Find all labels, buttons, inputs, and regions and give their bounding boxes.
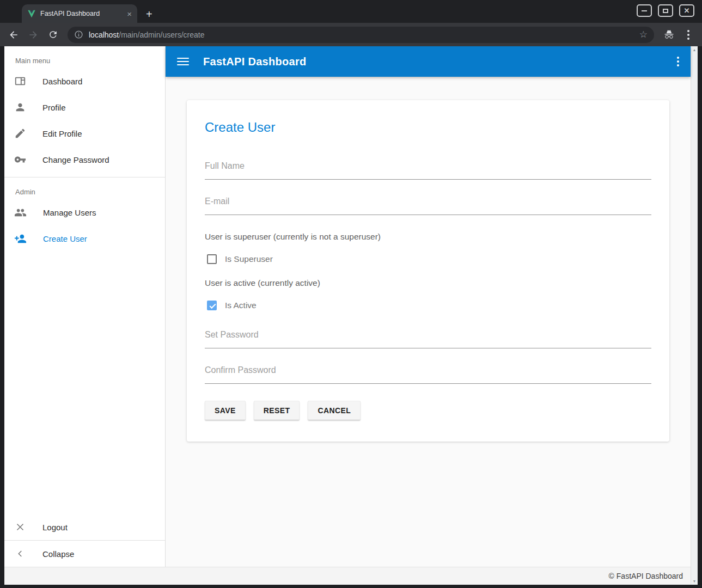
- page-title: Create User: [205, 120, 651, 135]
- maximize-icon: [663, 9, 668, 13]
- back-button[interactable]: [5, 27, 22, 43]
- url-text[interactable]: localhost/main/admin/users/create: [89, 30, 634, 39]
- set-password-field[interactable]: Set Password: [205, 330, 651, 348]
- window-controls: ✕: [637, 4, 694, 17]
- sidebar-section-admin: Admin: [4, 177, 165, 199]
- sidebar-item-logout[interactable]: Logout: [4, 514, 165, 540]
- superuser-note: User is superuser (currently is not a su…: [205, 232, 651, 242]
- browser-menu-button[interactable]: [680, 27, 697, 43]
- sidebar-item-label: Profile: [42, 103, 66, 112]
- vue-favicon-icon: [27, 10, 36, 18]
- sidebar: Main menu Dashboard Profile: [4, 46, 166, 567]
- sidebar-item-label: Create User: [43, 234, 87, 243]
- incognito-indicator: [661, 27, 677, 43]
- close-window-button[interactable]: ✕: [679, 4, 694, 17]
- sidebar-item-change-password[interactable]: Change Password: [4, 146, 165, 173]
- page: Main menu Dashboard Profile: [4, 46, 691, 585]
- browser-window: FastAPI Dashboard × + ✕: [0, 0, 702, 588]
- sidebar-item-create-user[interactable]: Create User: [4, 225, 165, 252]
- sidebar-item-label: Collapse: [42, 549, 74, 559]
- back-arrow-icon: [8, 29, 19, 40]
- scroll-up-icon[interactable]: ▲: [693, 48, 697, 52]
- browser-tab[interactable]: FastAPI Dashboard ×: [22, 4, 137, 23]
- dashboard-icon: [14, 75, 26, 87]
- sidebar-item-label: Dashboard: [42, 77, 82, 86]
- is-superuser-checkbox-row[interactable]: Is Superuser: [207, 254, 651, 264]
- page-body: Main menu Dashboard Profile: [4, 46, 691, 567]
- reload-icon: [48, 29, 58, 40]
- sidebar-spacer: [4, 252, 165, 514]
- footer: © FastAPI Dashboard: [4, 567, 691, 585]
- sidebar-section-main-menu: Main menu: [4, 46, 165, 68]
- app-viewport: Main menu Dashboard Profile: [4, 46, 698, 585]
- sidebar-item-label: Manage Users: [43, 208, 96, 217]
- appbar-menu-icon[interactable]: [677, 57, 679, 66]
- tab-close-icon[interactable]: ×: [127, 9, 132, 19]
- new-tab-button[interactable]: +: [146, 9, 152, 20]
- reload-button[interactable]: [45, 27, 61, 43]
- scroll-down-icon[interactable]: ▼: [693, 579, 697, 583]
- app-title: FastAPI Dashboard: [203, 56, 307, 68]
- cancel-button[interactable]: CANCEL: [308, 401, 361, 420]
- full-name-label: Full Name: [205, 161, 245, 170]
- sidebar-item-label: Change Password: [42, 155, 109, 164]
- maximize-button[interactable]: [658, 4, 673, 17]
- forward-arrow-icon: [28, 29, 39, 40]
- save-button[interactable]: SAVE: [205, 401, 246, 420]
- create-user-card: Create User Full Name E-mail User is sup…: [187, 100, 669, 442]
- content-area: Create User Full Name E-mail User is sup…: [166, 77, 691, 567]
- url-path: /main/admin/users/create: [119, 30, 204, 39]
- active-note: User is active (currently active): [205, 278, 651, 288]
- hamburger-menu-icon[interactable]: [177, 58, 189, 65]
- key-icon: [14, 154, 26, 166]
- sidebar-item-collapse[interactable]: Collapse: [4, 541, 165, 567]
- email-label: E-mail: [205, 197, 229, 206]
- url-host: localhost: [89, 30, 119, 39]
- sidebar-item-manage-users[interactable]: Manage Users: [4, 199, 165, 225]
- tab-title: FastAPI Dashboard: [40, 10, 123, 17]
- minimize-icon: [642, 10, 647, 11]
- sidebar-item-label: Edit Profile: [42, 129, 82, 138]
- address-bar[interactable]: localhost/main/admin/users/create ☆: [68, 27, 654, 43]
- is-active-label: Is Active: [225, 301, 257, 310]
- kebab-menu-icon: [687, 30, 689, 40]
- form-buttons: SAVE RESET CANCEL: [205, 401, 651, 420]
- person-icon: [14, 101, 26, 113]
- is-active-checkbox[interactable]: [207, 301, 217, 310]
- bookmark-star-icon[interactable]: ☆: [639, 29, 648, 40]
- footer-text: © FastAPI Dashboard: [609, 572, 683, 580]
- app-bar: FastAPI Dashboard: [166, 46, 691, 77]
- is-superuser-label: Is Superuser: [225, 254, 273, 264]
- site-info-icon[interactable]: [74, 30, 83, 39]
- incognito-icon: [663, 29, 675, 40]
- forward-button[interactable]: [25, 27, 41, 43]
- reset-button[interactable]: RESET: [254, 401, 300, 420]
- sidebar-item-edit-profile[interactable]: Edit Profile: [4, 120, 165, 146]
- confirm-password-field[interactable]: Confirm Password: [205, 365, 651, 384]
- page-scrollbar[interactable]: ▲ ▼: [691, 46, 698, 585]
- main-area: FastAPI Dashboard Create User Full Name …: [166, 46, 691, 567]
- email-field[interactable]: E-mail: [205, 197, 651, 215]
- browser-toolbar: localhost/main/admin/users/create ☆: [0, 23, 702, 46]
- minimize-button[interactable]: [637, 4, 652, 17]
- close-icon: [14, 521, 26, 533]
- browser-titlebar: FastAPI Dashboard × + ✕: [0, 0, 702, 23]
- sidebar-item-dashboard[interactable]: Dashboard: [4, 68, 165, 94]
- confirm-password-label: Confirm Password: [205, 365, 276, 375]
- close-window-icon: ✕: [684, 7, 690, 14]
- full-name-field[interactable]: Full Name: [205, 161, 651, 180]
- sidebar-item-label: Logout: [42, 523, 68, 532]
- person-add-icon: [14, 232, 27, 245]
- people-icon: [14, 206, 27, 219]
- sidebar-item-profile[interactable]: Profile: [4, 94, 165, 120]
- pencil-icon: [14, 127, 26, 139]
- is-active-checkbox-row[interactable]: Is Active: [207, 301, 651, 310]
- set-password-label: Set Password: [205, 330, 259, 339]
- is-superuser-checkbox[interactable]: [207, 254, 217, 264]
- chevron-left-icon: [14, 548, 26, 560]
